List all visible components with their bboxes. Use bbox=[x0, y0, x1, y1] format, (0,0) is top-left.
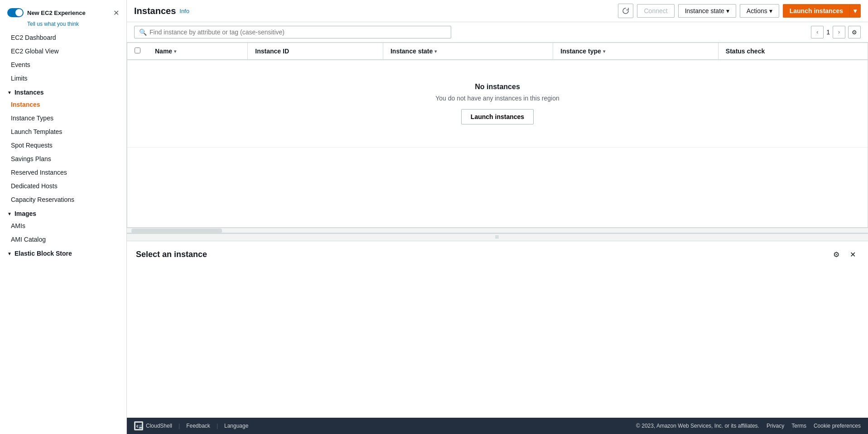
sidebar-section-instances-label: Instances bbox=[14, 89, 44, 96]
sidebar-item-dedicated-hosts[interactable]: Dedicated Hosts bbox=[0, 179, 126, 193]
sidebar-item-ec2-dashboard[interactable]: EC2 Dashboard bbox=[0, 31, 126, 44]
actions-button[interactable]: Actions ▾ bbox=[740, 4, 779, 18]
chevron-down-icon-images: ▼ bbox=[7, 211, 12, 216]
instance-id-col-header: Instance ID bbox=[248, 43, 383, 60]
empty-state-description: You do not have any instances in this re… bbox=[153, 95, 842, 102]
sidebar-section-images[interactable]: ▼ Images bbox=[0, 206, 126, 219]
sidebar-close-button[interactable]: ✕ bbox=[113, 9, 119, 17]
bottom-panel: = Select an instance ⚙ ✕ bbox=[127, 233, 868, 418]
sidebar-subtitle-link[interactable]: Tell us what you think bbox=[0, 21, 126, 31]
status-check-col-header: Status check bbox=[718, 43, 868, 60]
instance-state-sort-icon: ▾ bbox=[434, 49, 437, 54]
new-experience-label: New EC2 Experience bbox=[27, 10, 86, 16]
cloudshell-label[interactable]: CloudShell bbox=[146, 423, 172, 429]
svg-text:€💻: €💻 bbox=[136, 424, 142, 429]
sidebar-item-reserved-instances[interactable]: Reserved Instances bbox=[0, 166, 126, 179]
bottom-panel-close-button[interactable]: ✕ bbox=[846, 248, 859, 261]
empty-state-title: No instances bbox=[153, 83, 842, 91]
sidebar-section-instances[interactable]: ▼ Instances bbox=[0, 85, 126, 98]
bottom-panel-settings-button[interactable]: ⚙ bbox=[830, 248, 843, 261]
sidebar-top-nav: EC2 Dashboard EC2 Global View Events Lim… bbox=[0, 31, 126, 85]
cloudshell-icon[interactable]: €💻 bbox=[134, 421, 143, 430]
chevron-down-icon: ▼ bbox=[7, 90, 12, 95]
sidebar-item-capacity-reservations[interactable]: Capacity Reservations bbox=[0, 193, 126, 206]
empty-state: No instances You do not have any instanc… bbox=[135, 65, 860, 143]
instances-table: Name ▾ Instance ID bbox=[127, 43, 868, 148]
select-all-checkbox[interactable] bbox=[135, 48, 140, 53]
refresh-button[interactable] bbox=[618, 4, 633, 18]
sidebar-item-spot-requests[interactable]: Spot Requests bbox=[0, 138, 126, 152]
bottom-panel-title: Select an instance bbox=[136, 250, 207, 259]
instance-state-button-group: Instance state ▾ bbox=[678, 4, 736, 18]
instance-state-col-header[interactable]: Instance state ▾ bbox=[383, 43, 553, 60]
panel-drag-handle[interactable]: = bbox=[127, 234, 868, 241]
search-box: 🔍 bbox=[134, 26, 451, 38]
footer-separator2: | bbox=[217, 423, 218, 429]
actions-button-group: Actions ▾ bbox=[740, 4, 779, 18]
header-actions: Connect Instance state ▾ Actions ▾ Launc… bbox=[618, 4, 861, 18]
chevron-down-icon-state: ▾ bbox=[726, 7, 729, 14]
sidebar-section-ebs[interactable]: ▼ Elastic Block Store bbox=[0, 246, 126, 259]
feedback-label[interactable]: Feedback bbox=[186, 423, 210, 429]
horizontal-scrollbar[interactable] bbox=[127, 228, 868, 233]
language-label[interactable]: Language bbox=[224, 423, 248, 429]
sidebar-item-instances[interactable]: Instances bbox=[0, 98, 126, 111]
sidebar: New EC2 Experience ✕ Tell us what you th… bbox=[0, 0, 127, 434]
sidebar-section-ebs-label: Elastic Block Store bbox=[14, 250, 72, 257]
content-area: Name ▾ Instance ID bbox=[127, 43, 868, 418]
page-title: Instances bbox=[134, 6, 176, 16]
chevron-down-icon-actions: ▾ bbox=[769, 7, 772, 14]
sidebar-item-instance-types[interactable]: Instance Types bbox=[0, 111, 126, 125]
toggle-knob bbox=[15, 9, 23, 16]
sidebar-toggle-area: New EC2 Experience ✕ bbox=[0, 5, 126, 21]
instance-type-sort-icon: ▾ bbox=[603, 49, 605, 54]
main-content-area: Instances Info Connect Instance state ▾ bbox=[127, 0, 868, 434]
terms-link[interactable]: Terms bbox=[791, 423, 806, 429]
sidebar-item-savings-plans[interactable]: Savings Plans bbox=[0, 152, 126, 166]
scrollbar-thumb[interactable] bbox=[131, 229, 222, 233]
info-link[interactable]: Info bbox=[179, 8, 189, 14]
cookie-preferences-link[interactable]: Cookie preferences bbox=[814, 423, 861, 429]
name-col-header[interactable]: Name ▾ bbox=[148, 43, 248, 60]
sidebar-item-ec2-global-view[interactable]: EC2 Global View bbox=[0, 44, 126, 58]
pagination-next-button[interactable]: › bbox=[833, 26, 845, 38]
drag-handle-icon: = bbox=[495, 233, 500, 241]
footer-separator1: | bbox=[178, 423, 180, 429]
sidebar-section-images-label: Images bbox=[14, 210, 36, 217]
footer-copyright: © 2023, Amazon Web Services, Inc. or its… bbox=[636, 423, 759, 429]
toolbar: 🔍 ‹ 1 › ⚙ bbox=[127, 22, 868, 43]
name-sort-icon: ▾ bbox=[174, 49, 176, 54]
privacy-link[interactable]: Privacy bbox=[767, 423, 784, 429]
sidebar-item-amis[interactable]: AMIs bbox=[0, 219, 126, 233]
sidebar-item-limits[interactable]: Limits bbox=[0, 72, 126, 85]
launch-instances-dropdown-button[interactable]: ▾ bbox=[849, 4, 861, 18]
pagination-prev-button[interactable]: ‹ bbox=[811, 26, 824, 38]
bottom-panel-header: Select an instance ⚙ ✕ bbox=[127, 241, 868, 268]
sidebar-item-launch-templates[interactable]: Launch Templates bbox=[0, 125, 126, 138]
empty-state-launch-button[interactable]: Launch instances bbox=[461, 109, 534, 124]
instance-type-col-header[interactable]: Instance type ▾ bbox=[553, 43, 719, 60]
footer: €💻 CloudShell | Feedback | Language © 20… bbox=[127, 418, 868, 434]
footer-right: Privacy Terms Cookie preferences bbox=[767, 423, 861, 429]
select-all-col bbox=[127, 43, 148, 60]
new-experience-toggle[interactable] bbox=[7, 8, 24, 17]
chevron-down-icon-launch: ▾ bbox=[854, 7, 857, 14]
sidebar-item-events[interactable]: Events bbox=[0, 58, 126, 72]
bottom-panel-actions: ⚙ ✕ bbox=[830, 248, 859, 261]
chevron-down-icon-ebs: ▼ bbox=[7, 251, 12, 256]
launch-button-group: Launch instances ▾ bbox=[783, 4, 861, 18]
connect-button[interactable]: Connect bbox=[637, 4, 674, 18]
footer-left: €💻 CloudShell | Feedback | Language bbox=[134, 421, 248, 430]
page-header: Instances Info Connect Instance state ▾ bbox=[127, 0, 868, 22]
table-header-row: Name ▾ Instance ID bbox=[127, 43, 868, 60]
search-icon: 🔍 bbox=[139, 29, 147, 36]
launch-instances-button[interactable]: Launch instances bbox=[783, 4, 849, 18]
pagination-page-number: 1 bbox=[826, 29, 830, 36]
empty-state-row: No instances You do not have any instanc… bbox=[127, 60, 868, 148]
sidebar-item-ami-catalog[interactable]: AMI Catalog bbox=[0, 233, 126, 246]
pagination: ‹ 1 › ⚙ bbox=[811, 26, 861, 38]
instances-table-container: Name ▾ Instance ID bbox=[127, 43, 868, 228]
column-settings-button[interactable]: ⚙ bbox=[848, 26, 861, 38]
search-input[interactable] bbox=[149, 29, 446, 36]
instance-state-button[interactable]: Instance state ▾ bbox=[678, 4, 736, 18]
